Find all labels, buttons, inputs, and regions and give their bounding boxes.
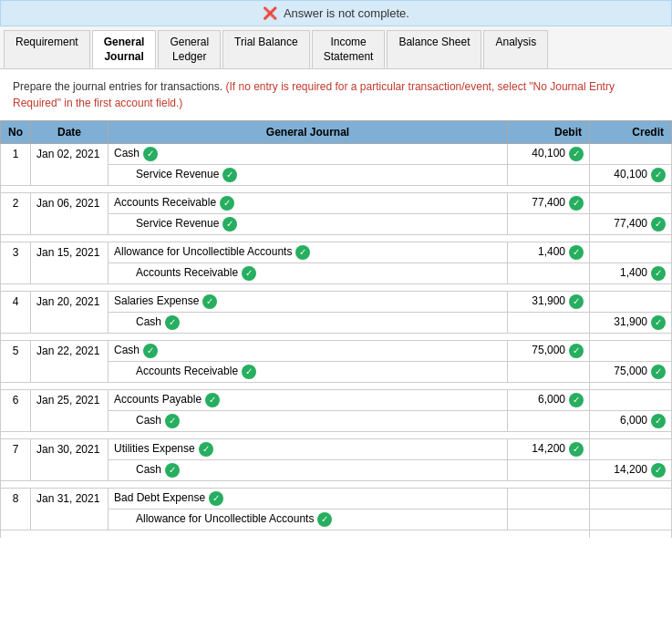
account-name[interactable]: Allowance for Uncollectible Accounts✓: [109, 242, 508, 263]
account-name[interactable]: Accounts Receivable✓: [109, 362, 508, 383]
col-header-journal: General Journal: [109, 121, 508, 144]
credit-amount[interactable]: [590, 439, 672, 460]
check-icon: ✓: [242, 266, 256, 281]
spacer-row: [1, 383, 672, 390]
entry-number: 5: [1, 341, 31, 383]
credit-amount[interactable]: 6,000✓: [590, 411, 672, 432]
entry-date: Jan 02, 2021: [31, 144, 109, 186]
debit-amount[interactable]: [508, 411, 590, 432]
credit-amount[interactable]: [590, 242, 672, 263]
credit-amount[interactable]: [590, 193, 672, 214]
journal-table: No Date General Journal Debit Credit 1Ja…: [0, 120, 672, 538]
error-icon: ❌: [263, 6, 277, 20]
account-name[interactable]: Cash✓: [109, 341, 508, 362]
debit-amount[interactable]: 75,000✓: [508, 341, 590, 362]
tab-balance-sheet[interactable]: Balance Sheet: [387, 30, 481, 68]
tab-general-ledger[interactable]: General Ledger: [158, 30, 221, 68]
debit-amount[interactable]: [508, 489, 590, 510]
account-name[interactable]: Accounts Receivable✓: [109, 263, 508, 284]
tab-analysis[interactable]: Analysis: [483, 30, 548, 68]
tab-income-statement[interactable]: Income Statement: [312, 30, 386, 68]
entry-number: 7: [1, 439, 31, 481]
credit-amount[interactable]: [590, 510, 672, 530]
instruction-main: Prepare the journal entries for transact…: [13, 80, 225, 93]
account-name[interactable]: Bad Debt Expense✓: [109, 489, 508, 510]
check-icon: ✓: [222, 168, 237, 182]
entry-date: Jan 06, 2021: [31, 193, 109, 235]
entry-date: Jan 31, 2021: [31, 489, 109, 530]
debit-amount[interactable]: 14,200✓: [508, 439, 590, 460]
check-icon: ✓: [317, 512, 332, 527]
credit-amount[interactable]: [590, 144, 672, 165]
credit-amount[interactable]: [590, 341, 672, 362]
entry-number: 2: [1, 193, 31, 235]
account-name[interactable]: Cash✓: [109, 144, 508, 165]
credit-amount[interactable]: [590, 292, 672, 313]
credit-amount[interactable]: 14,200✓: [590, 460, 672, 481]
spacer-row: [1, 432, 672, 439]
account-name[interactable]: Allowance for Uncollectible Accounts✓: [109, 510, 508, 530]
account-name[interactable]: Utilities Expense✓: [109, 439, 508, 460]
credit-amount[interactable]: 1,400✓: [590, 263, 672, 284]
debit-amount[interactable]: 77,400✓: [508, 193, 590, 214]
debit-amount[interactable]: [508, 165, 590, 186]
account-name[interactable]: Cash✓: [109, 460, 508, 481]
debit-amount[interactable]: [508, 362, 590, 383]
table-row: 6Jan 25, 2021Accounts Payable✓6,000✓: [1, 390, 672, 411]
debit-amount[interactable]: [508, 214, 590, 235]
debit-amount[interactable]: 6,000✓: [508, 390, 590, 411]
credit-amount[interactable]: 40,100✓: [590, 165, 672, 186]
debit-amount[interactable]: 1,400✓: [508, 242, 590, 263]
account-name[interactable]: Accounts Receivable✓: [109, 193, 508, 214]
debit-amount[interactable]: [508, 510, 590, 530]
credit-amount[interactable]: [590, 489, 672, 510]
table-row: 3Jan 15, 2021Allowance for Uncollectible…: [1, 242, 672, 263]
debit-amount[interactable]: [508, 460, 590, 481]
account-name[interactable]: Accounts Payable✓: [109, 390, 508, 411]
debit-amount[interactable]: [508, 313, 590, 334]
col-header-credit: Credit: [590, 121, 672, 144]
table-row: 8Jan 31, 2021Bad Debt Expense✓: [1, 489, 672, 510]
tab-trial-balance[interactable]: Trial Balance: [222, 30, 310, 68]
tab-requirement[interactable]: Requirement: [4, 30, 90, 68]
entry-date: Jan 25, 2021: [31, 390, 109, 432]
credit-amount[interactable]: [590, 390, 672, 411]
check-icon: ✓: [651, 266, 666, 281]
alert-bar: ❌ Answer is not complete.: [0, 0, 672, 26]
table-row: 4Jan 20, 2021Salaries Expense✓31,900✓: [1, 292, 672, 313]
account-name[interactable]: Cash✓: [109, 411, 508, 432]
table-row: 2Jan 06, 2021Accounts Receivable✓77,400✓: [1, 193, 672, 214]
check-icon: ✓: [651, 365, 666, 379]
check-icon: ✓: [569, 393, 584, 407]
check-icon: ✓: [220, 196, 234, 211]
debit-amount[interactable]: 40,100✓: [508, 144, 590, 165]
spacer-row: [1, 235, 672, 242]
tab-general-journal[interactable]: General Journal: [92, 30, 157, 68]
check-icon: ✓: [199, 442, 213, 457]
col-header-no: No: [1, 121, 31, 144]
check-icon: ✓: [569, 442, 584, 457]
check-icon: ✓: [165, 414, 180, 428]
entry-number: 6: [1, 390, 31, 432]
credit-amount[interactable]: 75,000✓: [590, 362, 672, 383]
check-icon: ✓: [143, 147, 158, 161]
col-header-date: Date: [31, 121, 109, 144]
check-icon: ✓: [651, 315, 666, 330]
debit-amount[interactable]: 31,900✓: [508, 292, 590, 313]
table-row: 5Jan 22, 2021Cash✓75,000✓: [1, 341, 672, 362]
check-icon: ✓: [205, 393, 220, 407]
check-icon: ✓: [295, 245, 310, 260]
spacer-row: [1, 530, 672, 538]
entry-number: 3: [1, 242, 31, 284]
credit-amount[interactable]: 31,900✓: [590, 313, 672, 334]
entry-date: Jan 20, 2021: [31, 292, 109, 334]
account-name[interactable]: Salaries Expense✓: [109, 292, 508, 313]
check-icon: ✓: [651, 217, 666, 232]
account-name[interactable]: Service Revenue✓: [109, 214, 508, 235]
credit-amount[interactable]: 77,400✓: [590, 214, 672, 235]
debit-amount[interactable]: [508, 263, 590, 284]
spacer-row: [1, 284, 672, 292]
entry-date: Jan 30, 2021: [31, 439, 109, 481]
account-name[interactable]: Service Revenue✓: [109, 165, 508, 186]
account-name[interactable]: Cash✓: [109, 313, 508, 334]
